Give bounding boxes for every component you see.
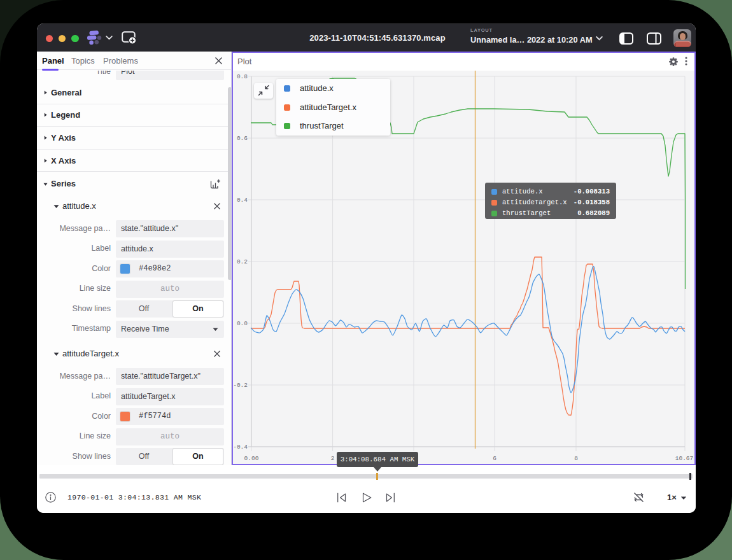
svg-text:0.6: 0.6 (237, 135, 248, 142)
svg-text:-0.4: -0.4 (233, 444, 248, 451)
svg-text:10.67: 10.67 (675, 455, 694, 462)
svg-text:0.00: 0.00 (244, 455, 259, 462)
svg-text:0.0: 0.0 (237, 320, 248, 327)
svg-text:8: 8 (574, 455, 578, 462)
svg-text:-0.2: -0.2 (233, 382, 248, 389)
svg-text:0.4: 0.4 (237, 197, 248, 204)
svg-text:0.2: 0.2 (237, 258, 248, 265)
svg-text:2: 2 (331, 455, 335, 462)
svg-text:6: 6 (493, 455, 496, 462)
svg-text:0.8: 0.8 (237, 73, 248, 80)
